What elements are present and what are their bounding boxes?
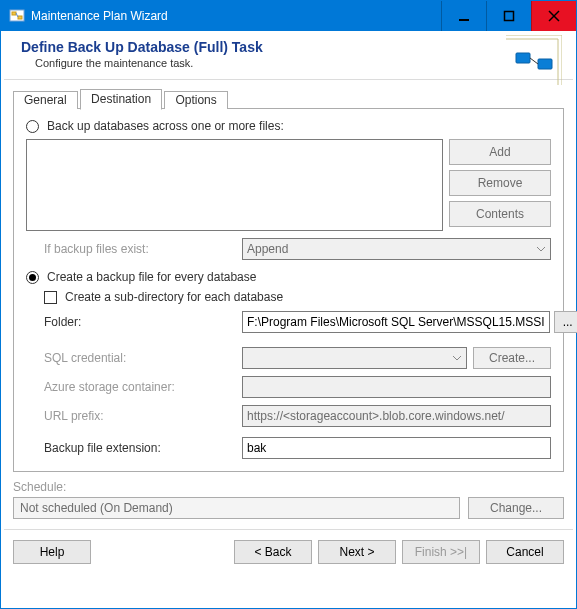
sql-credential-label: SQL credential: <box>44 351 242 365</box>
wizard-header: Define Back Up Database (Full) Task Conf… <box>1 31 576 79</box>
if-exist-label: If backup files exist: <box>26 242 242 256</box>
header-decor-icon <box>506 35 562 85</box>
sql-credential-dropdown[interactable] <box>242 347 467 369</box>
app-icon <box>9 8 25 24</box>
azure-container-label: Azure storage container: <box>44 380 242 394</box>
back-button[interactable]: < Back <box>234 540 312 564</box>
cancel-button[interactable]: Cancel <box>486 540 564 564</box>
subdirectory-checkbox[interactable] <box>44 291 57 304</box>
remove-file-button[interactable]: Remove <box>449 170 551 196</box>
wizard-footer: Help < Back Next > Finish >>| Cancel <box>1 530 576 564</box>
chevron-down-icon <box>452 352 462 364</box>
radio-multiple-files[interactable] <box>26 120 39 133</box>
svg-rect-8 <box>516 53 530 63</box>
help-button[interactable]: Help <box>13 540 91 564</box>
radio-multiple-files-label: Back up databases across one or more fil… <box>47 119 284 133</box>
radio-every-database[interactable] <box>26 271 39 284</box>
finish-button[interactable]: Finish >>| <box>402 540 480 564</box>
next-button[interactable]: Next > <box>318 540 396 564</box>
extension-input[interactable]: bak <box>242 437 551 459</box>
schedule-label: Schedule: <box>13 480 564 494</box>
minimize-icon <box>458 10 470 22</box>
radio-row-files[interactable]: Back up databases across one or more fil… <box>26 119 551 133</box>
maximize-button[interactable] <box>486 1 531 31</box>
chevron-down-icon <box>536 243 546 255</box>
radio-every-database-label: Create a backup file for every database <box>47 270 256 284</box>
extension-value: bak <box>247 441 266 455</box>
titlebar: Maintenance Plan Wizard <box>1 1 576 31</box>
url-prefix-value: https://<storageaccount>.blob.core.windo… <box>247 409 505 423</box>
wizard-body: General Destination Options Back up data… <box>1 80 576 519</box>
svg-rect-1 <box>12 12 16 15</box>
minimize-button[interactable] <box>441 1 486 31</box>
tab-strip: General Destination Options <box>13 88 564 109</box>
create-credential-button[interactable]: Create... <box>473 347 551 369</box>
browse-folder-button[interactable]: ... <box>554 311 577 333</box>
change-schedule-button[interactable]: Change... <box>468 497 564 519</box>
maximize-icon <box>503 10 515 22</box>
folder-label: Folder: <box>44 315 242 329</box>
contents-button[interactable]: Contents <box>449 201 551 227</box>
ellipsis-icon: ... <box>563 315 573 329</box>
svg-rect-5 <box>505 12 514 21</box>
backup-files-listbox[interactable] <box>26 139 443 231</box>
if-exist-dropdown[interactable]: Append <box>242 238 551 260</box>
schedule-section: Schedule: Not scheduled (On Demand) Chan… <box>13 480 564 519</box>
extension-label: Backup file extension: <box>44 441 242 455</box>
svg-rect-9 <box>538 59 552 69</box>
wizard-window: Maintenance Plan Wizard Define Back Up D… <box>0 0 577 609</box>
svg-rect-2 <box>18 16 22 19</box>
tab-destination[interactable]: Destination <box>80 89 162 110</box>
window-title: Maintenance Plan Wizard <box>31 9 168 23</box>
schedule-value: Not scheduled (On Demand) <box>20 501 173 515</box>
folder-value: F:\Program Files\Microsoft SQL Server\MS… <box>247 315 545 329</box>
subdir-row[interactable]: Create a sub-directory for each database <box>26 290 551 304</box>
page-title: Define Back Up Database (Full) Task <box>21 39 562 55</box>
if-exist-value: Append <box>247 242 288 256</box>
page-subtitle: Configure the maintenance task. <box>35 57 562 69</box>
close-icon <box>548 10 560 22</box>
url-prefix-input[interactable]: https://<storageaccount>.blob.core.windo… <box>242 405 551 427</box>
add-file-button[interactable]: Add <box>449 139 551 165</box>
file-buttons-group: Add Remove Contents <box>449 139 551 227</box>
close-button[interactable] <box>531 1 576 31</box>
schedule-display: Not scheduled (On Demand) <box>13 497 460 519</box>
tab-general[interactable]: General <box>13 91 78 109</box>
radio-row-every[interactable]: Create a backup file for every database <box>26 270 551 284</box>
subdirectory-label: Create a sub-directory for each database <box>65 290 283 304</box>
url-prefix-label: URL prefix: <box>44 409 242 423</box>
tab-panel-destination: Back up databases across one or more fil… <box>13 109 564 472</box>
azure-container-input[interactable] <box>242 376 551 398</box>
svg-line-10 <box>530 58 538 64</box>
folder-input[interactable]: F:\Program Files\Microsoft SQL Server\MS… <box>242 311 550 333</box>
tab-options[interactable]: Options <box>164 91 227 109</box>
